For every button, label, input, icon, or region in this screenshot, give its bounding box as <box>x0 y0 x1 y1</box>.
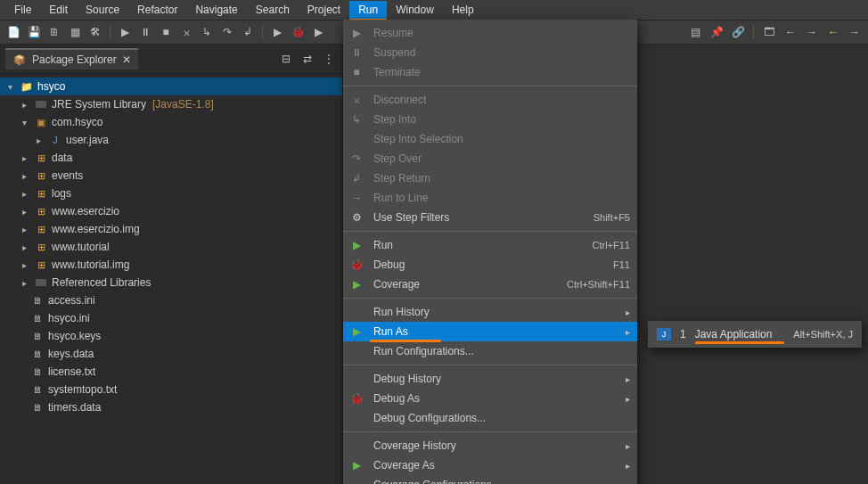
package-explorer-tab[interactable]: 📦 Package Explorer ✕ <box>5 48 138 70</box>
menu-refactor[interactable]: Refactor <box>128 1 186 19</box>
tree-java-file[interactable]: ▸ J user.java <box>0 131 342 149</box>
tree-reflib[interactable]: ▸ Referenced Libraries <box>0 274 342 291</box>
save-all-icon[interactable]: 🗎 <box>46 24 62 40</box>
tree-file[interactable]: 🗎timers.data <box>0 398 342 416</box>
chevron-right-icon[interactable]: ▸ <box>18 207 30 217</box>
folder-icon: ⊞ <box>34 204 48 218</box>
close-icon[interactable]: ✕ <box>122 53 131 66</box>
chevron-right-icon[interactable]: ▸ <box>18 189 30 199</box>
back-yellow-icon[interactable]: ← <box>825 24 841 40</box>
new-icon[interactable]: 📄 <box>5 24 21 40</box>
tree-file[interactable]: 🗎license.txt <box>0 363 342 381</box>
coverage-icon[interactable]: ▶ <box>310 24 326 40</box>
menu-item-label: Suspend <box>373 46 630 59</box>
step-into-icon[interactable]: ↳ <box>199 24 215 40</box>
pin-icon[interactable]: 📌 <box>708 24 725 40</box>
chevron-down-icon[interactable]: ▾ <box>18 118 30 127</box>
menu-separator <box>343 431 637 432</box>
chevron-right-icon[interactable]: ▸ <box>18 278 30 288</box>
menu-item-use-step-filters[interactable]: ⚙Use Step FiltersShift+F5 <box>343 208 637 227</box>
run-as-java-application[interactable]: J 1 Java Application Alt+Shift+X, J <box>648 324 862 344</box>
tree-file[interactable]: 🗎systemtopo.txt <box>0 381 342 398</box>
tree-file[interactable]: 🗎hsyco.keys <box>0 327 342 345</box>
tree-folder[interactable]: ▸⊞www.esercizio <box>0 202 342 220</box>
chevron-right-icon[interactable]: ▸ <box>18 242 30 252</box>
menu-item-run-as[interactable]: ▶Run As▸ <box>343 322 637 341</box>
menu-edit[interactable]: Edit <box>40 1 77 19</box>
view-menu-icon[interactable]: ⋮ <box>321 51 337 67</box>
menu-item-coverage-configurations-[interactable]: Coverage Configurations... <box>343 475 637 484</box>
chevron-right-icon[interactable]: ▸ <box>18 153 30 163</box>
tree-folder[interactable]: ▸⊞www.esercizio.img <box>0 220 342 238</box>
menu-item-debug-history[interactable]: Debug History▸ <box>343 369 637 389</box>
menu-navigate[interactable]: Navigate <box>186 1 246 19</box>
stop-icon[interactable]: ■ <box>158 24 174 40</box>
perspective-icon[interactable]: 🗔 <box>761 24 777 40</box>
library-icon <box>34 97 48 111</box>
menu-item-run[interactable]: ▶RunCtrl+F11 <box>343 235 637 255</box>
menu-item-icon: ▶ <box>348 278 364 291</box>
tree-file[interactable]: 🗎keys.data <box>0 345 342 363</box>
save-icon[interactable]: 💾 <box>26 24 42 40</box>
menu-window[interactable]: Window <box>387 1 443 19</box>
file-label: keys.data <box>48 348 94 360</box>
disconnect-icon[interactable]: ⨉ <box>178 24 194 40</box>
file-label: systemtopo.txt <box>48 383 117 396</box>
menu-item-debug[interactable]: 🐞DebugF11 <box>343 255 637 275</box>
file-label: hsyco.keys <box>48 330 101 342</box>
outline-icon[interactable]: ▤ <box>687 24 703 40</box>
forward-dark-icon[interactable]: → <box>847 24 863 40</box>
debug-last-icon[interactable]: 🐞 <box>290 24 306 40</box>
menu-help[interactable]: Help <box>443 1 483 19</box>
menu-file[interactable]: File <box>5 1 40 19</box>
folder-icon: ⊞ <box>34 186 48 201</box>
menu-item-coverage[interactable]: ▶CoverageCtrl+Shift+F11 <box>343 275 637 294</box>
tree-file[interactable]: 🗎access.ini <box>0 291 342 309</box>
tree-folder[interactable]: ▸⊞logs <box>0 185 342 202</box>
resume-icon[interactable]: ▶ <box>117 24 133 40</box>
back-icon[interactable]: ← <box>782 24 798 40</box>
build-icon[interactable]: 🛠 <box>87 24 103 40</box>
collapse-all-icon[interactable]: ⊟ <box>278 51 294 67</box>
menu-search[interactable]: Search <box>247 1 299 19</box>
menu-item-debug-as[interactable]: 🐞Debug As▸ <box>343 389 637 408</box>
link-editor-icon[interactable]: ⇄ <box>299 51 315 67</box>
menu-item-run-configurations-[interactable]: Run Configurations... <box>343 341 637 361</box>
step-return-icon[interactable]: ↲ <box>240 24 256 40</box>
forward-icon[interactable]: → <box>804 24 820 40</box>
menu-item-suspend: ⏸Suspend <box>343 43 637 62</box>
menu-source[interactable]: Source <box>77 1 128 19</box>
pause-icon[interactable]: ⏸ <box>137 24 153 40</box>
menu-item-debug-configurations-[interactable]: Debug Configurations... <box>343 408 637 428</box>
tree-folder[interactable]: ▸⊞www.tutorial <box>0 238 342 256</box>
chevron-right-icon[interactable]: ▸ <box>18 100 30 110</box>
tree-package[interactable]: ▾ ▣ com.hsyco <box>0 113 342 131</box>
package-explorer: 📦 Package Explorer ✕ ⊟ ⇄ ⋮ ▾ 📁 hsyco ▸ J… <box>0 45 343 484</box>
tree-project[interactable]: ▾ 📁 hsyco <box>0 78 342 95</box>
link-icon[interactable]: 🔗 <box>730 24 746 40</box>
tree-jre[interactable]: ▸ JRE System Library [JavaSE-1.8] <box>0 95 342 113</box>
tree-folder[interactable]: ▸⊞www.tutorial.img <box>0 256 342 274</box>
menu-item-label: Step Into <box>373 113 630 126</box>
chevron-right-icon[interactable]: ▸ <box>18 171 30 181</box>
tree-file[interactable]: 🗎hsyco.ini <box>0 309 342 327</box>
chevron-down-icon[interactable]: ▾ <box>4 82 16 92</box>
menu-item-label: Run As <box>373 325 617 338</box>
submenu-arrow-icon: ▸ <box>626 308 630 317</box>
menu-run[interactable]: Run <box>349 1 387 19</box>
file-label: license.txt <box>48 365 95 378</box>
menu-item-label: Debug <box>373 258 604 271</box>
menu-item-run-history[interactable]: Run History▸ <box>343 302 637 322</box>
project-tree[interactable]: ▾ 📁 hsyco ▸ JRE System Library [JavaSE-1… <box>0 74 342 484</box>
tree-folder[interactable]: ▸⊞data <box>0 149 342 167</box>
menu-item-coverage-history[interactable]: Coverage History▸ <box>343 436 637 455</box>
menu-item-coverage-as[interactable]: ▶Coverage As▸ <box>343 455 637 475</box>
menu-project[interactable]: Project <box>299 1 349 19</box>
chevron-right-icon[interactable]: ▸ <box>18 225 30 234</box>
toggle-icon[interactable]: ▦ <box>67 24 83 40</box>
tree-folder[interactable]: ▸⊞events <box>0 167 342 185</box>
chevron-right-icon[interactable]: ▸ <box>18 260 30 270</box>
run-last-icon[interactable]: ▶ <box>269 24 285 40</box>
step-over-icon[interactable]: ↷ <box>219 24 235 40</box>
chevron-right-icon[interactable]: ▸ <box>32 135 45 145</box>
